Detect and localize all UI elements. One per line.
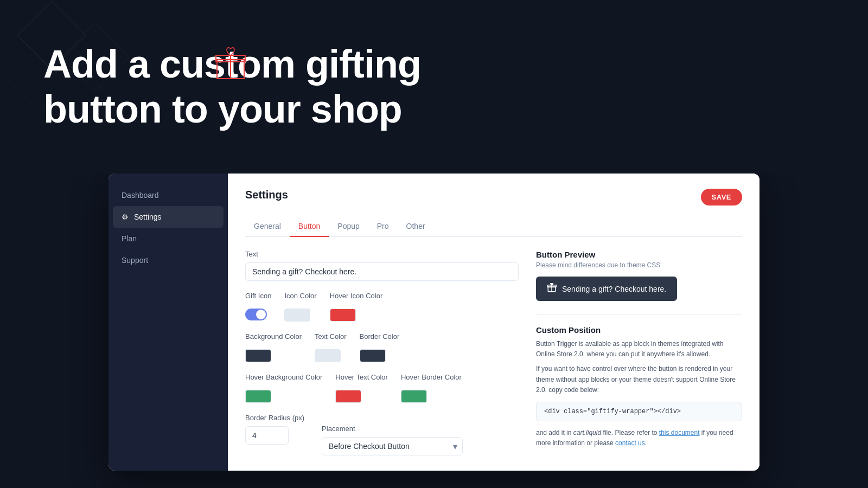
gift-icon bbox=[547, 283, 557, 294]
settings-body: Text Gift Icon Icon Color bbox=[245, 250, 742, 455]
hover-icon-color-swatch[interactable] bbox=[330, 309, 356, 322]
hover-border-color-field: Hover Border Color bbox=[401, 373, 462, 403]
hover-border-color-swatch[interactable] bbox=[401, 390, 427, 403]
sidebar-label-dashboard: Dashboard bbox=[122, 191, 159, 200]
main-content: Dashboard ⚙ Settings Plan Support Settin… bbox=[0, 174, 868, 471]
border-color-field: Border Color bbox=[360, 332, 400, 362]
icon-color-row: Gift Icon Icon Color Hover Icon Color bbox=[245, 292, 519, 322]
section-divider bbox=[536, 314, 742, 314]
tab-other[interactable]: Other bbox=[398, 216, 434, 237]
app-window: Dashboard ⚙ Settings Plan Support Settin… bbox=[108, 174, 760, 471]
preview-button-text: Sending a gift? Checkout here. bbox=[562, 285, 666, 293]
preview-subtitle: Please mind differences due to theme CSS bbox=[536, 261, 742, 269]
border-radius-group: Border Radius (px) bbox=[245, 414, 304, 445]
info3-end: . bbox=[645, 439, 647, 447]
tabs-bar: General Button Popup Pro Other bbox=[245, 216, 742, 237]
sidebar-item-support[interactable]: Support bbox=[108, 249, 228, 271]
sidebar: Dashboard ⚙ Settings Plan Support bbox=[108, 174, 228, 471]
button-preview-section: Button Preview Please mind differences d… bbox=[536, 250, 742, 301]
panel-header: Settings SAVE bbox=[245, 189, 742, 206]
hover-bg-color-field: Hover Background Color bbox=[245, 373, 322, 403]
custom-position-info3: and add it in cart.liquid file. Please r… bbox=[536, 428, 742, 448]
hover-text-color-swatch[interactable] bbox=[335, 390, 361, 403]
gift-icon-label: Gift Icon bbox=[245, 292, 271, 300]
placement-select-wrapper: Before Checkout Button After Checkout Bu… bbox=[322, 437, 463, 455]
placement-group: Placement Before Checkout Button After C… bbox=[322, 425, 519, 455]
text-field-label: Text bbox=[245, 250, 519, 258]
gift-icon-field: Gift Icon bbox=[245, 292, 271, 322]
custom-position-section: Custom Position Button Trigger is availa… bbox=[536, 325, 742, 448]
preview-title: Button Preview bbox=[536, 250, 742, 259]
bg-text-border-row: Background Color Text Color Border Color bbox=[245, 332, 519, 362]
custom-position-info1: Button Trigger is available as app block… bbox=[536, 339, 742, 359]
sidebar-item-settings[interactable]: ⚙ Settings bbox=[113, 206, 224, 228]
border-color-swatch[interactable] bbox=[360, 349, 386, 362]
text-field-group: Text bbox=[245, 250, 519, 281]
this-document-link[interactable]: this document bbox=[659, 429, 700, 436]
border-color-label: Border Color bbox=[360, 332, 400, 341]
icon-color-field: Icon Color bbox=[284, 292, 316, 322]
code-block[interactable]: <div class="giftify-wrapper"></div> bbox=[536, 402, 742, 421]
info3-before: and add it in bbox=[536, 429, 573, 436]
bottom-row: Border Radius (px) Placement Before Chec… bbox=[245, 414, 519, 455]
hover-text-color-field: Hover Text Color bbox=[335, 373, 388, 403]
hover-colors-row: Hover Background Color Hover Text Color … bbox=[245, 373, 519, 403]
bg-color-label: Background Color bbox=[245, 332, 302, 341]
bg-color-swatch[interactable] bbox=[245, 349, 271, 362]
cart-liquid-text: cart.liquid bbox=[573, 429, 601, 436]
bg-color-field: Background Color bbox=[245, 332, 302, 362]
icon-color-label: Icon Color bbox=[284, 292, 316, 300]
tab-general[interactable]: General bbox=[245, 216, 290, 237]
gift-icon-hero bbox=[212, 43, 250, 84]
panel-title: Settings bbox=[245, 189, 288, 201]
hero-section: Add a custom gifting button to your shop bbox=[0, 0, 868, 174]
contact-us-link[interactable]: contact us bbox=[615, 439, 645, 447]
sidebar-label-support: Support bbox=[122, 256, 148, 265]
sidebar-item-dashboard[interactable]: Dashboard bbox=[108, 184, 228, 206]
border-radius-label: Border Radius (px) bbox=[245, 414, 304, 422]
preview-button[interactable]: Sending a gift? Checkout here. bbox=[536, 277, 677, 301]
tab-popup[interactable]: Popup bbox=[329, 216, 368, 237]
placement-label: Placement bbox=[322, 425, 519, 433]
info3-middle: file. Please refer to bbox=[601, 429, 659, 436]
gift-icon-toggle-wrapper bbox=[245, 309, 271, 320]
sidebar-label-settings: Settings bbox=[134, 213, 162, 221]
icon-color-swatch[interactable] bbox=[284, 309, 310, 322]
border-radius-input[interactable] bbox=[245, 426, 289, 445]
sidebar-item-plan[interactable]: Plan bbox=[108, 228, 228, 249]
custom-position-title: Custom Position bbox=[536, 325, 742, 335]
custom-position-info2: If you want to have control over where t… bbox=[536, 364, 742, 395]
settings-right: Button Preview Please mind differences d… bbox=[536, 250, 742, 455]
hover-icon-color-field: Hover Icon Color bbox=[330, 292, 383, 322]
settings-left: Text Gift Icon Icon Color bbox=[245, 250, 519, 455]
hover-border-color-label: Hover Border Color bbox=[401, 373, 462, 381]
text-color-field: Text Color bbox=[315, 332, 347, 362]
main-panel: Settings SAVE General Button Popup Pro O… bbox=[228, 174, 760, 471]
tab-button[interactable]: Button bbox=[290, 216, 329, 237]
hover-text-color-label: Hover Text Color bbox=[335, 373, 388, 381]
sidebar-label-plan: Plan bbox=[122, 234, 137, 243]
hover-bg-color-swatch[interactable] bbox=[245, 390, 271, 403]
text-color-label: Text Color bbox=[315, 332, 347, 341]
hover-icon-color-label: Hover Icon Color bbox=[330, 292, 383, 300]
tab-pro[interactable]: Pro bbox=[368, 216, 398, 237]
settings-icon: ⚙ bbox=[122, 213, 129, 221]
save-button[interactable]: SAVE bbox=[701, 189, 742, 206]
placement-select[interactable]: Before Checkout Button After Checkout Bu… bbox=[322, 437, 463, 455]
hover-bg-color-label: Hover Background Color bbox=[245, 373, 322, 381]
gift-icon-toggle[interactable] bbox=[245, 309, 267, 320]
text-input[interactable] bbox=[245, 262, 519, 281]
text-color-swatch[interactable] bbox=[315, 349, 341, 362]
